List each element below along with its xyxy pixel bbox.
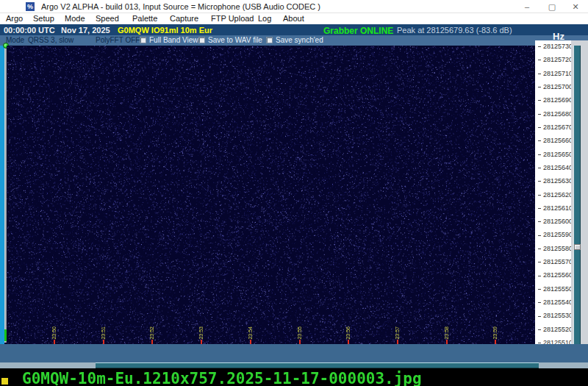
freq-tick-label: 28125670 xyxy=(538,124,571,131)
title-bar: % Argo V2 ALPHA - build 013, Input Sourc… xyxy=(0,0,588,13)
bottom-control-bar: Visual Gain AgcLoHi 44/100 60/100 Sensit… xyxy=(0,344,588,362)
save-synched-checkbox[interactable] xyxy=(266,37,273,43)
freq-tick-label: 28125650 xyxy=(538,151,571,158)
minimize-button[interactable]: – xyxy=(516,0,538,13)
footer-strip: G0MQW-10m-Eu.1210x757.2025-11-17-000003.… xyxy=(0,368,588,386)
grabber-status: Grabber ONLINE xyxy=(323,26,393,36)
full-band-view-label: Full Band View xyxy=(149,36,198,44)
time-tick-label: 23:59 xyxy=(492,326,498,340)
freq-tick-label: 28125550 xyxy=(538,285,571,293)
status-bar: 00:00:00 UTC Nov 17, 2025 G0MQW IO91ml 1… xyxy=(0,24,588,35)
footer-marker-icon xyxy=(1,378,8,385)
freq-tick-label: 28125530 xyxy=(538,312,571,319)
time-tick-label: 23:51 xyxy=(100,326,107,340)
freq-tick-label: 28125560 xyxy=(538,271,571,279)
save-wav-checkbox[interactable] xyxy=(198,37,205,43)
time-tick-label: 23:54 xyxy=(247,326,254,340)
polyfft-status: PolyFFT OFF xyxy=(96,36,140,44)
menu-palette[interactable]: Palette xyxy=(132,14,157,23)
time-tick-label: 23:50 xyxy=(51,326,57,340)
menu-log[interactable]: Log xyxy=(258,14,271,23)
save-wav-label: Save to WAV file xyxy=(208,36,262,44)
freq-tick-label: 28125640 xyxy=(538,164,571,171)
waterfall-canvas[interactable] xyxy=(7,46,535,346)
menu-ftp-upload[interactable]: FTP Upload xyxy=(211,14,254,23)
capture-filename: G0MQW-10m-Eu.1210x757.2025-11-17-000003.… xyxy=(22,370,422,386)
time-tick-label: 23:56 xyxy=(345,326,351,340)
controls-row: Mode QRSS 3, slow PolyFFT OFF Full Band … xyxy=(0,35,588,46)
menu-speed[interactable]: Speed xyxy=(96,14,119,23)
time-tick-label: 23:52 xyxy=(148,326,155,340)
peak-readout: Peak at 28125679.63 (-83.6 dB) xyxy=(397,26,512,35)
frequency-slider-thumb[interactable] xyxy=(574,244,581,250)
close-button[interactable]: ✕ xyxy=(564,0,587,13)
time-tick-label: 23:58 xyxy=(443,326,450,340)
menu-capture[interactable]: Capture xyxy=(170,14,198,23)
menu-argo[interactable]: Argo xyxy=(6,14,23,23)
station-label: G0MQW IO91ml 10m Eur xyxy=(118,26,212,35)
mode-label: Mode xyxy=(6,36,24,44)
freq-tick-label: 28125610 xyxy=(538,204,571,212)
full-band-view-checkbox[interactable] xyxy=(140,37,146,43)
menu-setup[interactable]: Setup xyxy=(33,14,54,23)
time-tick-label: 23:53 xyxy=(198,326,204,340)
maximize-button[interactable]: ▢ xyxy=(541,0,563,13)
freq-tick-label: 28125520 xyxy=(538,326,571,333)
argo-app-icon: % xyxy=(26,2,35,11)
menu-bar: Argo Setup Mode Speed Palette Capture FT… xyxy=(0,13,588,24)
time-tick-label: 23:55 xyxy=(296,326,303,340)
freq-tick-label: 28125720 xyxy=(538,56,571,63)
freq-tick-label: 28125710 xyxy=(538,70,571,77)
utc-time: 00:00:00 UTC xyxy=(4,26,55,35)
menu-about[interactable]: About xyxy=(283,14,304,23)
time-tick-label: 23:57 xyxy=(394,326,401,340)
freq-tick-label: 28125580 xyxy=(538,245,571,252)
window-title: Argo V2 ALPHA - build 013, Input Source … xyxy=(41,2,320,11)
frequency-offset-slider[interactable] xyxy=(573,46,581,346)
argo-window: % Argo V2 ALPHA - build 013, Input Sourc… xyxy=(0,0,588,368)
menu-mode[interactable]: Mode xyxy=(65,14,85,23)
freq-tick-label: 28125600 xyxy=(538,218,571,225)
mode-value: QRSS 3, slow xyxy=(28,36,74,44)
date-label: Nov 17, 2025 xyxy=(61,26,110,35)
freq-tick-label: 28125570 xyxy=(538,258,571,265)
frequency-scale: 2812573028125720281257102812570028125690… xyxy=(535,40,571,348)
waterfall-area[interactable]: 23:5023:5123:5223:5323:5423:5523:5623:57… xyxy=(7,46,535,346)
freq-tick-label: 28125620 xyxy=(538,191,571,199)
freq-tick-label: 28125590 xyxy=(538,231,571,238)
freq-tick-label: 28125680 xyxy=(538,110,571,118)
freq-tick-label: 28125730 xyxy=(538,43,571,50)
save-synched-label: Save synch'ed xyxy=(276,36,323,44)
freq-tick-label: 28125700 xyxy=(538,83,571,90)
horizontal-scrollbar-thumb[interactable] xyxy=(96,362,539,368)
freq-tick-label: 28125540 xyxy=(538,299,571,306)
freq-tick-label: 28125660 xyxy=(538,137,571,144)
horizontal-scrollbar[interactable] xyxy=(0,362,588,368)
freq-tick-label: 28125630 xyxy=(538,177,571,185)
freq-tick-label: 28125690 xyxy=(538,96,571,104)
